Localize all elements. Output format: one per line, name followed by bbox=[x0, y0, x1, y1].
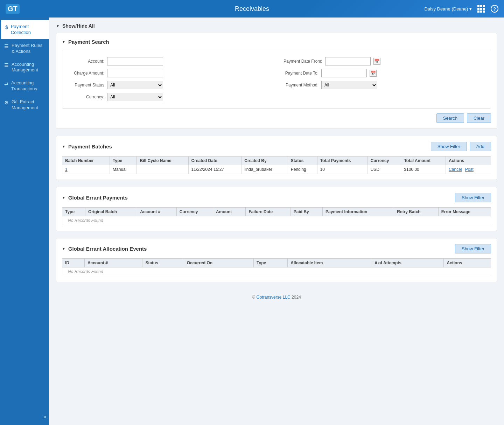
form-grid: Account: Charge Amount: Payment Status A… bbox=[69, 57, 484, 101]
col-status: Status bbox=[142, 259, 184, 267]
global-errant-payments-show-filter-button[interactable]: Show Filter bbox=[455, 193, 491, 202]
col-created-date: Created Date bbox=[188, 156, 241, 165]
list-icon: ☰ bbox=[4, 43, 9, 49]
show-hide-all-label: Show/Hide All bbox=[62, 23, 95, 29]
global-errant-payments-title-group: ▼ Global Errant Payments bbox=[62, 195, 128, 201]
sidebar-item-payment-rules[interactable]: ☰ Payment Rules & Actions bbox=[0, 39, 49, 58]
col-account-num: Account # bbox=[84, 259, 142, 267]
gear-icon: ⚙ bbox=[4, 99, 9, 106]
bill-cycle-cell bbox=[137, 165, 188, 174]
sidebar-item-accounting-management[interactable]: ☰ Accounting Management bbox=[0, 58, 49, 77]
payment-method-label: Payment Method: bbox=[284, 83, 318, 88]
payment-batches-show-filter-button[interactable]: Show Filter bbox=[431, 142, 467, 151]
payment-batches-title-group: ▼ Payment Batches bbox=[62, 144, 112, 149]
post-action-link[interactable]: Post bbox=[465, 167, 474, 172]
payment-search-form: Account: Charge Amount: Payment Status A… bbox=[62, 50, 491, 109]
show-hide-all-toggle[interactable]: ▼ Show/Hide All bbox=[56, 23, 497, 29]
header-right: Daisy Deane (Deane) ▾ ? bbox=[424, 5, 498, 13]
layout: $ Payment Collection ☰ Payment Rules & A… bbox=[0, 18, 504, 425]
sidebar-item-payment-collection[interactable]: $ Payment Collection bbox=[0, 20, 49, 39]
account-row: Account: bbox=[69, 57, 270, 65]
col-type: Type bbox=[110, 156, 137, 165]
col-paid-by: Paid By bbox=[290, 208, 322, 216]
page-title: Receivables bbox=[235, 5, 269, 13]
global-errant-payments-title: Global Errant Payments bbox=[68, 195, 128, 201]
global-errant-allocation-actions: Show Filter bbox=[455, 244, 491, 253]
currency-row: Currency: All bbox=[69, 93, 270, 101]
company-link[interactable]: Gotransverse LLC bbox=[256, 295, 290, 300]
global-errant-payments-actions: Show Filter bbox=[455, 193, 491, 202]
payment-date-to-input[interactable] bbox=[321, 69, 367, 77]
calendar-to-icon[interactable]: 📅 bbox=[370, 70, 377, 77]
total-amount-cell: $100.00 bbox=[401, 165, 446, 174]
sidebar-item-gl-extract[interactable]: ⚙ G/L Extract Management bbox=[0, 96, 49, 114]
payment-method-select[interactable]: All bbox=[321, 81, 377, 89]
arrows-icon: ⇄ bbox=[4, 81, 8, 87]
chevron-down-icon: ▼ bbox=[56, 24, 59, 28]
global-errant-allocation-show-filter-button[interactable]: Show Filter bbox=[455, 244, 491, 253]
table-header-row: Type Original Batch Account # Currency A… bbox=[62, 208, 491, 216]
col-allocatable-item: Allocatable Item bbox=[288, 259, 372, 267]
global-errant-allocation-title-group: ▼ Global Errant Allocation Events bbox=[62, 246, 147, 252]
payment-date-to-row: Payment Date To: 📅 bbox=[284, 69, 484, 77]
sidebar-item-label: Payment Rules & Actions bbox=[12, 43, 45, 55]
logo: GT bbox=[6, 4, 20, 14]
payment-batches-header: ▼ Payment Batches Show Filter Add bbox=[62, 142, 491, 151]
dollar-icon: $ bbox=[5, 24, 8, 30]
created-by-cell: linda_brubaker bbox=[241, 165, 288, 174]
charge-amount-label: Charge Amount: bbox=[69, 71, 104, 76]
payment-search-title: Payment Search bbox=[68, 39, 109, 45]
charge-amount-input[interactable] bbox=[107, 69, 163, 77]
copyright-text: © bbox=[252, 295, 256, 300]
global-errant-allocation-header: ▼ Global Errant Allocation Events Show F… bbox=[62, 244, 491, 253]
col-attempts: # of Attempts bbox=[372, 259, 444, 267]
batch-number-cell: 1 bbox=[62, 165, 110, 174]
payment-date-from-input[interactable] bbox=[325, 57, 371, 65]
no-records-label: No Records Found bbox=[65, 266, 106, 277]
currency-select[interactable]: All bbox=[107, 93, 163, 101]
col-occurred-on: Occurred On bbox=[184, 259, 253, 267]
table-header-row: Batch Number Type Bill Cycle Name Create… bbox=[62, 156, 491, 165]
batch-number-link[interactable]: 1 bbox=[65, 167, 68, 172]
apps-icon[interactable] bbox=[477, 5, 485, 13]
charge-amount-row: Charge Amount: bbox=[69, 69, 270, 77]
payment-batches-actions: Show Filter Add bbox=[431, 142, 491, 151]
payment-status-select[interactable]: All bbox=[107, 81, 163, 89]
account-input[interactable] bbox=[107, 57, 163, 65]
col-type: Type bbox=[254, 259, 288, 267]
sidebar-item-label: Accounting Management bbox=[12, 62, 45, 74]
payment-batches-table: Batch Number Type Bill Cycle Name Create… bbox=[62, 156, 491, 174]
col-type: Type bbox=[62, 208, 85, 216]
total-payments-cell: 10 bbox=[317, 165, 368, 174]
global-errant-payments-table: Type Original Batch Account # Currency A… bbox=[62, 207, 491, 225]
search-button[interactable]: Search bbox=[436, 113, 464, 123]
col-batch-number: Batch Number bbox=[62, 156, 110, 165]
cancel-action-link[interactable]: Cancel bbox=[449, 167, 462, 172]
clear-button[interactable]: Clear bbox=[467, 113, 491, 123]
col-created-by: Created By bbox=[241, 156, 288, 165]
calendar-from-icon[interactable]: 📅 bbox=[373, 58, 380, 65]
col-currency: Currency bbox=[176, 208, 213, 216]
table-row: 1 Manual 11/22/2024 15:27 linda_brubaker… bbox=[62, 165, 491, 174]
col-currency: Currency bbox=[368, 156, 401, 165]
col-error-message: Error Message bbox=[438, 208, 491, 216]
status-cell: Pending bbox=[288, 165, 317, 174]
main-content: ▼ Show/Hide All ▼ Payment Search Account… bbox=[49, 18, 504, 425]
sidebar-item-label: Payment Collection bbox=[11, 24, 45, 36]
grid-icon: ☰ bbox=[4, 62, 9, 68]
help-icon[interactable]: ? bbox=[491, 5, 498, 13]
payment-date-from-row: Payment Date From: 📅 bbox=[284, 57, 484, 65]
col-id: ID bbox=[62, 259, 85, 267]
sidebar-collapse-button[interactable]: « bbox=[43, 414, 46, 419]
sidebar-item-accounting-transactions[interactable]: ⇄ Accounting Transactions bbox=[0, 77, 49, 96]
payment-status-row: Payment Status All bbox=[69, 81, 270, 89]
sidebar: $ Payment Collection ☰ Payment Rules & A… bbox=[0, 18, 49, 425]
currency-label: Currency: bbox=[69, 95, 104, 99]
add-payment-batch-button[interactable]: Add bbox=[470, 142, 491, 151]
payment-method-row: Payment Method: All bbox=[284, 81, 484, 89]
no-records-cell: No Records Found bbox=[62, 216, 491, 225]
user-menu[interactable]: Daisy Deane (Deane) ▾ bbox=[424, 6, 472, 12]
form-right-col: Payment Date From: 📅 Payment Date To: 📅 … bbox=[284, 57, 484, 101]
payment-batches-title: Payment Batches bbox=[68, 144, 112, 149]
section-chevron-icon: ▼ bbox=[62, 247, 65, 251]
